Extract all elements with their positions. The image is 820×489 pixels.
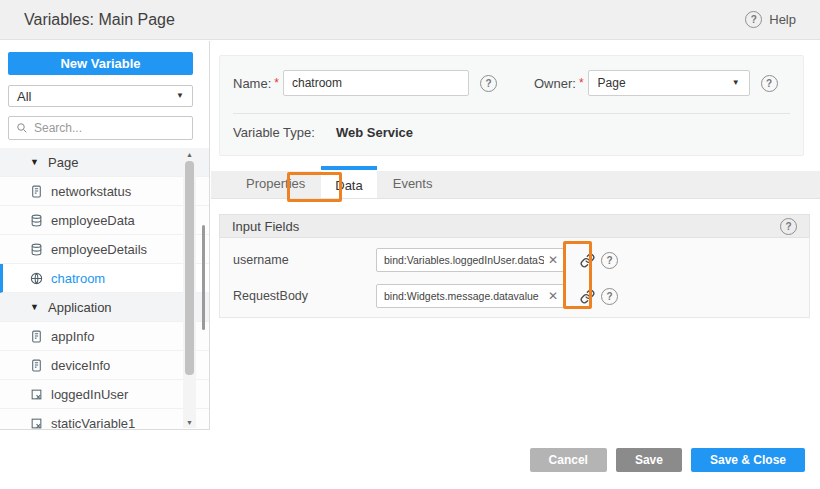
panel-scrollbar-thumb[interactable] — [202, 225, 205, 330]
clear-binding-icon[interactable]: ✕ — [545, 285, 561, 307]
help-button[interactable]: ? Help — [745, 11, 796, 28]
cancel-button[interactable]: Cancel — [530, 448, 607, 472]
collapse-caret-icon: ▼ — [30, 303, 40, 312]
service-variable-icon — [30, 214, 43, 227]
save-button[interactable]: Save — [616, 448, 682, 472]
divider — [233, 113, 790, 114]
sidebar-item-appinfo[interactable]: appInfo — [0, 322, 209, 351]
input-field-row-requestbody: RequestBody bind:Widgets.message.dataval… — [220, 284, 809, 308]
variable-type-value: Web Service — [336, 125, 413, 140]
chevron-down-icon: ▼ — [732, 79, 740, 87]
bind-value-field[interactable]: bind:Variables.loggedInUser.dataSet.name… — [376, 248, 565, 272]
variables-dialog: Variables: Main Page ? Help New Variable… — [0, 0, 820, 489]
search-input[interactable] — [34, 121, 185, 135]
sidebar-group-application[interactable]: ▼ Application — [0, 293, 209, 322]
web-service-icon — [30, 272, 43, 285]
clear-binding-icon[interactable]: ✕ — [545, 249, 561, 271]
save-close-button[interactable]: Save & Close — [691, 448, 805, 472]
variable-list: ▼ Page networkstatus employeeData employ… — [0, 148, 209, 429]
name-field[interactable] — [283, 70, 469, 96]
sidebar-item-loggedinuser[interactable]: loggedInUser — [0, 380, 209, 409]
bind-value-text: bind:Variables.loggedInUser.dataSet.name — [384, 254, 544, 266]
tab-data[interactable]: Data — [321, 166, 376, 198]
item-label: employeeData — [51, 213, 135, 228]
item-label: networkstatus — [51, 184, 131, 199]
sidebar-item-deviceinfo[interactable]: deviceInfo — [0, 351, 209, 380]
tab-bar: Properties Data Events — [211, 171, 820, 199]
bind-value-text: bind:Widgets.message.datavalue — [384, 290, 544, 302]
variable-type-label: Variable Type: — [233, 125, 315, 140]
field-help-icon[interactable]: ? — [601, 252, 618, 269]
variable-type-row: Variable Type: Web Service — [233, 125, 413, 140]
section-title: Input Fields — [232, 219, 299, 234]
input-fields-header: Input Fields ? — [219, 214, 810, 238]
device-variable-icon — [30, 185, 43, 198]
scrollbar-thumb[interactable] — [185, 161, 194, 375]
help-label: Help — [769, 12, 796, 27]
variable-detail-panel: Name: * ? Owner: * Page ▼ ? Variable Typ… — [211, 41, 820, 430]
bind-value-field[interactable]: bind:Widgets.message.datavalue ✕ — [376, 284, 565, 308]
search-icon — [16, 122, 28, 134]
static-variable-icon — [30, 417, 43, 430]
bind-link-icon[interactable] — [576, 284, 598, 308]
collapse-caret-icon: ▼ — [30, 158, 40, 167]
sidebar-item-networkstatus[interactable]: networkstatus — [0, 177, 209, 206]
new-variable-button[interactable]: New Variable — [8, 52, 193, 75]
dialog-footer: Cancel Save Save & Close — [0, 430, 820, 489]
input-field-row-username: username bind:Variables.loggedInUser.dat… — [220, 248, 809, 272]
item-label: chatroom — [51, 271, 105, 286]
name-label: Name: — [233, 76, 271, 91]
scroll-down-icon[interactable]: ▼ — [183, 416, 196, 428]
input-fields-body: username bind:Variables.loggedInUser.dat… — [219, 238, 810, 318]
required-marker: * — [579, 76, 584, 90]
group-label: Application — [48, 300, 112, 315]
page-title: Variables: Main Page — [24, 11, 175, 29]
group-label: Page — [48, 155, 78, 170]
sidebar-item-staticvariable1[interactable]: staticVariable1 — [0, 409, 209, 429]
field-help-icon[interactable]: ? — [601, 288, 618, 305]
name-help-icon[interactable]: ? — [480, 75, 497, 92]
sidebar-group-page[interactable]: ▼ Page — [0, 148, 209, 177]
chevron-down-icon: ▼ — [176, 92, 184, 100]
bind-link-icon[interactable] — [576, 248, 598, 272]
dialog-header: Variables: Main Page ? Help — [0, 0, 820, 40]
scroll-up-icon[interactable]: ▲ — [183, 148, 196, 160]
required-marker: * — [274, 76, 279, 90]
tab-events[interactable]: Events — [377, 170, 449, 198]
owner-label: Owner: — [534, 76, 576, 91]
filter-value: All — [17, 89, 31, 104]
variable-filter-select[interactable]: All ▼ — [8, 85, 193, 107]
sidebar-item-employeedata[interactable]: employeeData — [0, 206, 209, 235]
item-label: deviceInfo — [51, 358, 110, 373]
variables-sidebar: New Variable All ▼ ▼ Page networkstatus … — [0, 41, 210, 430]
owner-select[interactable]: Page ▼ — [588, 70, 750, 96]
item-label: loggedInUser — [51, 387, 128, 402]
item-label: staticVariable1 — [51, 416, 135, 430]
sidebar-item-employeedetails[interactable]: employeeDetails — [0, 235, 209, 264]
sidebar-item-chatroom[interactable]: chatroom — [0, 264, 209, 293]
owner-value: Page — [598, 76, 626, 90]
tab-properties[interactable]: Properties — [230, 170, 321, 198]
service-variable-icon — [30, 243, 43, 256]
input-fields-section: Input Fields ? username bind:Variables.l… — [219, 214, 810, 318]
owner-help-icon[interactable]: ? — [761, 75, 778, 92]
device-variable-icon — [30, 359, 43, 372]
name-owner-row: Name: * ? Owner: * Page ▼ ? — [233, 70, 790, 96]
search-box — [8, 116, 193, 140]
variable-summary-card: Name: * ? Owner: * Page ▼ ? Variable Typ… — [219, 55, 804, 156]
item-label: employeeDetails — [51, 242, 147, 257]
section-help-icon[interactable]: ? — [780, 218, 797, 235]
list-scrollbar[interactable]: ▲ ▼ — [183, 148, 196, 428]
device-variable-icon — [30, 330, 43, 343]
item-label: appInfo — [51, 329, 94, 344]
help-icon: ? — [745, 11, 762, 28]
field-label: username — [233, 253, 289, 267]
field-label: RequestBody — [233, 289, 308, 303]
static-variable-icon — [30, 388, 43, 401]
